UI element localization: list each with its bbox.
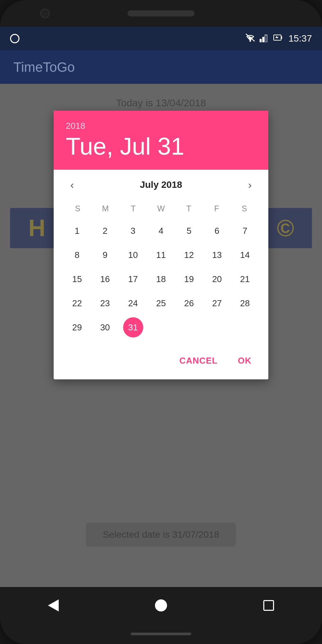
- status-left: [10, 34, 19, 43]
- day-header-w: W: [147, 201, 175, 216]
- notification-dot: [10, 34, 19, 43]
- day-header-f: F: [203, 201, 230, 216]
- cal-empty-3: [207, 317, 227, 337]
- phone-screen: 15:37 TimeToGo Today is 13/04/2018 H © S…: [0, 27, 322, 624]
- bottom-nav: [0, 587, 322, 624]
- svg-rect-4: [265, 35, 267, 42]
- front-camera: [40, 9, 50, 18]
- prev-month-button[interactable]: ‹: [64, 176, 80, 193]
- cal-day-8[interactable]: 8: [67, 245, 87, 265]
- back-button[interactable]: [48, 599, 59, 611]
- cal-day-27[interactable]: 27: [207, 293, 227, 313]
- cancel-button[interactable]: CANCEL: [173, 352, 224, 369]
- date-picker-dialog: 2018 Tue, Jul 31 ‹ July 2018 ›: [54, 111, 268, 379]
- home-indicator: [131, 633, 191, 635]
- svg-rect-2: [260, 39, 262, 42]
- day-header-s1: S: [64, 201, 92, 216]
- speaker: [127, 10, 195, 16]
- cal-day-16[interactable]: 16: [95, 269, 115, 289]
- app-header: TimeToGo: [0, 50, 322, 84]
- cal-empty-1: [151, 317, 171, 337]
- cal-day-14[interactable]: 14: [235, 245, 255, 265]
- day-header-t1: T: [119, 201, 147, 216]
- cal-day-24[interactable]: 24: [123, 293, 143, 313]
- cal-day-25[interactable]: 25: [151, 293, 171, 313]
- cal-day-1[interactable]: 1: [67, 221, 87, 241]
- phone-frame: 15:37 TimeToGo Today is 13/04/2018 H © S…: [0, 0, 322, 644]
- cal-day-22[interactable]: 22: [67, 293, 87, 313]
- cal-day-10[interactable]: 10: [123, 245, 143, 265]
- cal-empty-4: [235, 317, 255, 337]
- cal-day-19[interactable]: 19: [179, 269, 199, 289]
- day-header-t2: T: [175, 201, 203, 216]
- cal-day-15[interactable]: 15: [67, 269, 87, 289]
- clock-display: 15:37: [288, 33, 312, 44]
- next-arrow-icon: ›: [248, 179, 252, 191]
- back-icon: [48, 599, 59, 611]
- status-right: 15:37: [245, 33, 312, 45]
- home-icon: [155, 599, 167, 611]
- day-headers: S M T W T F S: [64, 201, 258, 216]
- dialog-year: 2018: [66, 121, 256, 131]
- month-title: July 2018: [140, 179, 182, 190]
- home-button[interactable]: [155, 599, 167, 611]
- month-nav: ‹ July 2018 ›: [64, 176, 258, 193]
- dialog-selected-date: Tue, Jul 31: [66, 133, 256, 160]
- calendar-area: ‹ July 2018 › S M T W: [54, 170, 268, 345]
- cal-day-7[interactable]: 7: [235, 221, 255, 241]
- cal-day-6[interactable]: 6: [207, 221, 227, 241]
- prev-arrow-icon: ‹: [70, 179, 74, 191]
- cal-day-26[interactable]: 26: [179, 293, 199, 313]
- recents-button[interactable]: [263, 600, 274, 611]
- day-header-s2: S: [230, 201, 258, 216]
- signal-icon: [260, 33, 269, 45]
- cal-day-30[interactable]: 30: [95, 317, 115, 337]
- phone-top-bar: [0, 0, 322, 27]
- phone-bottom-bar: [0, 624, 322, 644]
- cal-day-11[interactable]: 11: [151, 245, 171, 265]
- svg-rect-3: [262, 37, 264, 42]
- calendar-grid: 1 2 3 4 5 6 7 8 9 10 11 12: [64, 219, 258, 339]
- cal-day-18[interactable]: 18: [151, 269, 171, 289]
- ok-button[interactable]: OK: [231, 352, 258, 369]
- recents-icon: [263, 600, 274, 611]
- cal-day-17[interactable]: 17: [123, 269, 143, 289]
- cal-day-9[interactable]: 9: [95, 245, 115, 265]
- svg-rect-6: [281, 36, 282, 39]
- next-month-button[interactable]: ›: [241, 176, 258, 193]
- battery-icon: [273, 33, 282, 45]
- cal-day-5[interactable]: 5: [179, 221, 199, 241]
- svg-marker-7: [275, 36, 279, 40]
- cal-day-4[interactable]: 4: [151, 221, 171, 241]
- cal-day-29[interactable]: 29: [67, 317, 87, 337]
- app-title: TimeToGo: [13, 60, 75, 75]
- cal-day-13[interactable]: 13: [207, 245, 227, 265]
- dialog-overlay: 2018 Tue, Jul 31 ‹ July 2018 ›: [0, 84, 322, 587]
- cal-day-23[interactable]: 23: [95, 293, 115, 313]
- cal-day-31[interactable]: 31: [123, 317, 143, 337]
- cal-day-12[interactable]: 12: [179, 245, 199, 265]
- main-content: Today is 13/04/2018 H © Selected date is…: [0, 84, 322, 587]
- cal-day-28[interactable]: 28: [235, 293, 255, 313]
- dialog-header: 2018 Tue, Jul 31: [54, 111, 268, 170]
- wifi-icon: [245, 33, 256, 45]
- dialog-actions: CANCEL OK: [54, 345, 268, 379]
- cal-empty-2: [179, 317, 199, 337]
- svg-point-1: [249, 40, 251, 42]
- cal-day-2[interactable]: 2: [95, 221, 115, 241]
- cal-day-3[interactable]: 3: [123, 221, 143, 241]
- cal-day-20[interactable]: 20: [207, 269, 227, 289]
- status-bar: 15:37: [0, 27, 322, 50]
- cal-day-21[interactable]: 21: [235, 269, 255, 289]
- day-header-m: M: [92, 201, 119, 216]
